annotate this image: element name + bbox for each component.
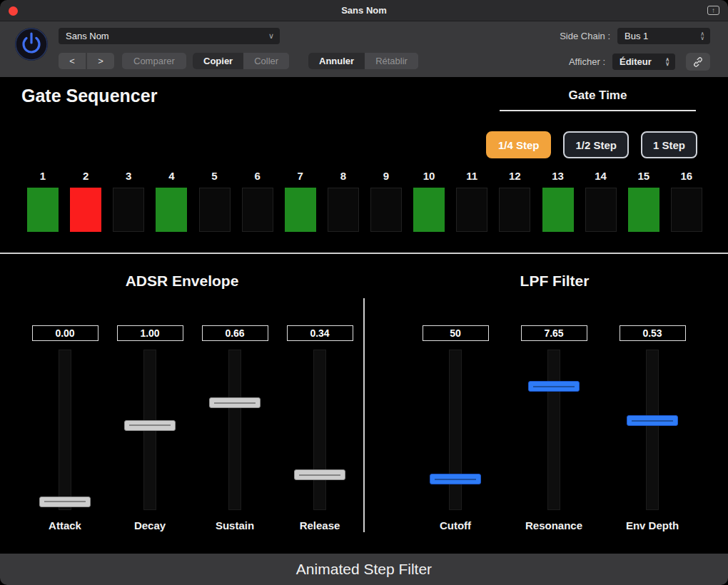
slider-cutoff: 50Cutoff xyxy=(420,325,491,531)
step-pad-11[interactable] xyxy=(456,188,487,232)
slider-label: Env Depth xyxy=(626,519,679,531)
slider-track[interactable] xyxy=(420,350,491,510)
slider-track[interactable] xyxy=(617,350,688,510)
side-chain-control: Side Chain : Bus 1 ∧∨ xyxy=(560,28,710,44)
preset-dropdown[interactable]: Sans Nom ∨ xyxy=(59,28,280,44)
step-pad-8[interactable] xyxy=(328,188,359,232)
close-button[interactable] xyxy=(9,6,18,16)
slider-value[interactable]: 0.00 xyxy=(32,325,98,341)
slider-track[interactable] xyxy=(199,350,271,510)
step-number: 14 xyxy=(585,170,617,182)
slider-value[interactable]: 7.65 xyxy=(521,325,587,341)
view-dropdown[interactable]: Éditeur ∧∨ xyxy=(612,54,675,70)
previous-preset-button[interactable]: < xyxy=(59,53,86,69)
compare-button[interactable]: Comparer xyxy=(122,53,186,69)
next-preset-button[interactable]: > xyxy=(87,53,114,69)
step-grid: 12345678910111213141516 xyxy=(27,170,702,232)
detach-window-icon[interactable]: ↑ xyxy=(707,6,719,15)
step-pad-10[interactable] xyxy=(413,188,445,232)
slider-thumb[interactable] xyxy=(209,397,261,408)
step-1: 1 xyxy=(27,170,59,232)
gate-sequencer-title: Gate Sequencer xyxy=(21,86,157,106)
view-value: Éditeur xyxy=(620,56,652,67)
slider-attack: 0.00Attack xyxy=(29,325,101,531)
preset-nav: < > xyxy=(59,53,114,69)
step-pad-12[interactable] xyxy=(499,188,530,232)
plugin-header: Sans Nom ∨ Side Chain : Bus 1 ∧∨ < > Com… xyxy=(0,21,728,77)
adsr-sliders: 0.00Attack1.00Decay0.66Sustain0.34Releas… xyxy=(29,325,355,531)
step-number: 3 xyxy=(113,170,144,182)
step-number: 6 xyxy=(242,170,273,182)
step-9: 9 xyxy=(370,170,402,232)
side-chain-dropdown[interactable]: Bus 1 ∧∨ xyxy=(617,28,710,44)
slider-value[interactable]: 50 xyxy=(423,325,489,341)
step-13: 13 xyxy=(542,170,574,232)
step-6: 6 xyxy=(242,170,273,232)
step-number: 11 xyxy=(456,170,487,182)
slider-track[interactable] xyxy=(114,350,186,510)
step-number: 8 xyxy=(328,170,359,182)
redo-button[interactable]: Rétablir xyxy=(365,53,418,69)
slider-label: Cutoff xyxy=(440,519,471,531)
step-7: 7 xyxy=(285,170,316,232)
slider-value[interactable]: 0.66 xyxy=(202,325,268,341)
link-button[interactable] xyxy=(686,53,710,71)
slider-thumb[interactable] xyxy=(39,497,91,507)
undo-button[interactable]: Annuler xyxy=(308,53,365,69)
step-15: 15 xyxy=(628,170,659,232)
step-pad-1[interactable] xyxy=(27,188,59,232)
up-arrow-icon: ↑ xyxy=(712,7,715,14)
step-pad-4[interactable] xyxy=(156,188,187,232)
step-2: 2 xyxy=(70,170,101,232)
slider-value[interactable]: 0.34 xyxy=(287,325,353,341)
step-number: 9 xyxy=(370,170,402,182)
slider-track-groove xyxy=(228,350,241,510)
slider-thumb[interactable] xyxy=(430,474,481,484)
gate-time-title: Gate Time xyxy=(500,88,696,111)
plugin-footer: Animated Step Filter xyxy=(0,554,728,585)
slider-release: 0.34Release xyxy=(284,325,355,531)
adsr-envelope-title: ADSR Envelope xyxy=(0,273,364,290)
slider-track[interactable] xyxy=(29,350,101,510)
step-pad-5[interactable] xyxy=(199,188,231,232)
slider-track[interactable] xyxy=(518,350,590,510)
step-number: 15 xyxy=(628,170,659,182)
step-number: 13 xyxy=(542,170,574,182)
step-pad-2[interactable] xyxy=(70,188,101,232)
plugin-window: Sans Nom ↑ Sans Nom ∨ Side Chain : Bus 1… xyxy=(0,0,728,585)
side-chain-label: Side Chain : xyxy=(560,31,610,41)
power-button[interactable] xyxy=(14,27,49,61)
slider-thumb[interactable] xyxy=(528,381,580,392)
gate-time-button-1-step[interactable]: 1 Step xyxy=(641,131,697,158)
horizontal-divider xyxy=(0,253,728,254)
copy-paste-group: Copier Coller xyxy=(193,53,289,69)
view-control: Afficher : Éditeur ∧∨ xyxy=(569,53,710,71)
step-16: 16 xyxy=(671,170,702,232)
slider-track-groove xyxy=(449,350,462,510)
gate-time-button-1-4-step[interactable]: 1/4 Step xyxy=(486,131,552,158)
slider-value[interactable]: 1.00 xyxy=(117,325,183,341)
side-chain-value: Bus 1 xyxy=(625,31,648,41)
vertical-divider xyxy=(363,298,365,532)
slider-value[interactable]: 0.53 xyxy=(620,325,686,341)
paste-button[interactable]: Coller xyxy=(243,53,289,69)
step-pad-14[interactable] xyxy=(585,188,617,232)
step-pad-9[interactable] xyxy=(370,188,402,232)
step-pad-6[interactable] xyxy=(242,188,273,232)
slider-track-groove xyxy=(547,350,560,510)
power-icon xyxy=(14,27,49,61)
step-pad-7[interactable] xyxy=(285,188,316,232)
step-number: 12 xyxy=(499,170,530,182)
copy-button[interactable]: Copier xyxy=(193,53,243,69)
slider-track[interactable] xyxy=(284,350,355,510)
gate-time-buttons: 1/4 Step1/2 Step1 Step xyxy=(486,131,697,158)
slider-thumb[interactable] xyxy=(627,415,678,426)
step-pad-16[interactable] xyxy=(671,188,702,232)
slider-thumb[interactable] xyxy=(124,420,176,431)
step-pad-13[interactable] xyxy=(542,188,574,232)
slider-thumb[interactable] xyxy=(294,469,345,480)
gate-time-button-1-2-step[interactable]: 1/2 Step xyxy=(563,131,629,158)
step-pad-15[interactable] xyxy=(628,188,659,232)
step-number: 1 xyxy=(27,170,59,182)
step-pad-3[interactable] xyxy=(113,188,144,232)
